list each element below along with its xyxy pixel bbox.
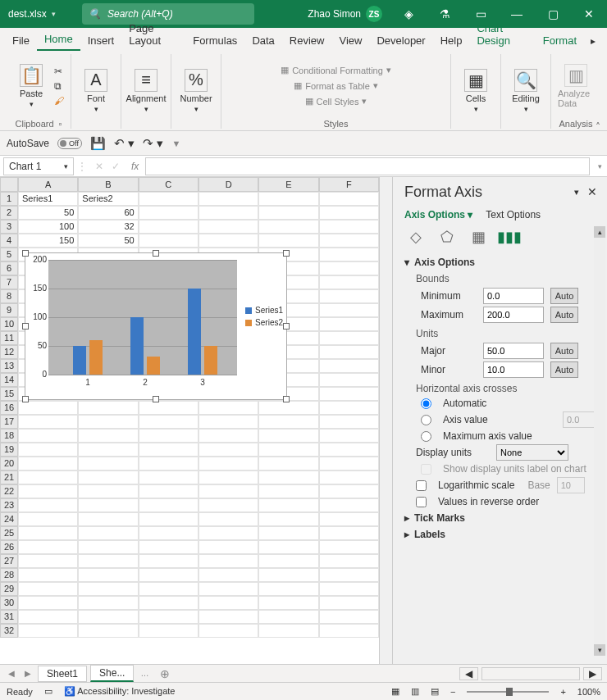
- tab-file[interactable]: File: [5, 30, 37, 51]
- number-button[interactable]: %Number▾: [178, 69, 214, 113]
- collapse-ribbon-icon[interactable]: ˄: [596, 121, 600, 133]
- cell[interactable]: [199, 470, 258, 484]
- cell[interactable]: [139, 401, 199, 415]
- cell[interactable]: [78, 429, 138, 443]
- cut-icon[interactable]: ✂: [54, 66, 64, 77]
- cell[interactable]: [18, 526, 78, 540]
- cell[interactable]: [258, 498, 318, 512]
- cell[interactable]: [199, 484, 258, 498]
- cell[interactable]: [139, 443, 199, 457]
- cell[interactable]: [18, 470, 78, 484]
- cell[interactable]: [199, 512, 258, 526]
- cell[interactable]: [319, 345, 379, 359]
- cell[interactable]: 50: [78, 234, 138, 248]
- filename-area[interactable]: dest.xlsx ▾: [0, 8, 82, 20]
- cell[interactable]: [139, 568, 199, 582]
- display-units-select[interactable]: None: [496, 444, 568, 461]
- cell[interactable]: [258, 484, 318, 498]
- row-header[interactable]: 12: [0, 345, 18, 359]
- row-header[interactable]: 6: [0, 261, 18, 275]
- cell[interactable]: [199, 206, 258, 220]
- font-button[interactable]: AFont▾: [78, 69, 114, 113]
- row-header[interactable]: 21: [0, 470, 18, 484]
- cell[interactable]: [199, 415, 258, 429]
- cell[interactable]: [18, 443, 78, 457]
- cell[interactable]: [139, 498, 199, 512]
- cell[interactable]: [258, 415, 318, 429]
- cell[interactable]: [139, 624, 199, 638]
- cell[interactable]: [78, 554, 138, 568]
- cell[interactable]: [139, 192, 199, 206]
- row-header[interactable]: 13: [0, 359, 18, 373]
- cell[interactable]: [319, 387, 379, 401]
- user-area[interactable]: Zhao Simon ZS: [299, 6, 390, 22]
- cell[interactable]: 60: [78, 206, 138, 220]
- cell[interactable]: [18, 512, 78, 526]
- row-header[interactable]: 5: [0, 248, 18, 261]
- enter-formula-icon[interactable]: ✓: [112, 161, 120, 172]
- cell[interactable]: [139, 206, 199, 220]
- cell[interactable]: [319, 568, 379, 582]
- cancel-formula-icon[interactable]: ✕: [95, 161, 103, 172]
- cell[interactable]: [258, 554, 318, 568]
- sheet-tab[interactable]: She...: [90, 665, 134, 682]
- cell[interactable]: [319, 234, 379, 248]
- cell[interactable]: [78, 457, 138, 470]
- cell[interactable]: [139, 596, 199, 610]
- cell[interactable]: [78, 443, 138, 457]
- cell[interactable]: [319, 610, 379, 624]
- perks-icon[interactable]: ◈: [390, 0, 427, 28]
- cell[interactable]: [78, 498, 138, 512]
- save-icon[interactable]: 💾: [90, 136, 106, 151]
- cell[interactable]: [258, 220, 318, 234]
- row-header[interactable]: 14: [0, 373, 18, 387]
- row-header[interactable]: 28: [0, 568, 18, 582]
- cell[interactable]: [199, 526, 258, 540]
- cell[interactable]: [139, 484, 199, 498]
- cell[interactable]: [319, 331, 379, 345]
- auto-button[interactable]: Auto: [550, 307, 578, 323]
- cell[interactable]: [139, 429, 199, 443]
- cell[interactable]: [78, 568, 138, 582]
- fill-icon[interactable]: ◇: [406, 227, 426, 247]
- cell[interactable]: [199, 540, 258, 554]
- close-pane-icon[interactable]: ✕: [587, 185, 597, 198]
- cell[interactable]: [258, 596, 318, 610]
- cell[interactable]: [258, 192, 318, 206]
- row-header[interactable]: 20: [0, 457, 18, 470]
- cell[interactable]: [319, 359, 379, 373]
- cell[interactable]: [139, 415, 199, 429]
- cell[interactable]: [258, 568, 318, 582]
- cell[interactable]: [139, 220, 199, 234]
- cell[interactable]: [199, 220, 258, 234]
- cell[interactable]: [258, 582, 318, 596]
- minimum-input[interactable]: [483, 288, 544, 304]
- cell[interactable]: [18, 429, 78, 443]
- row-header[interactable]: 29: [0, 582, 18, 596]
- cell[interactable]: [18, 484, 78, 498]
- cell[interactable]: [319, 512, 379, 526]
- cell[interactable]: [199, 443, 258, 457]
- cell[interactable]: [18, 596, 78, 610]
- zoom-level[interactable]: 100%: [577, 687, 600, 697]
- cell[interactable]: [78, 582, 138, 596]
- zoom-out-icon[interactable]: −: [450, 687, 455, 697]
- accessibility-status[interactable]: ♿ Accessibility: Investigate: [64, 686, 176, 697]
- cell[interactable]: [18, 457, 78, 470]
- cell[interactable]: [18, 540, 78, 554]
- cell[interactable]: [139, 512, 199, 526]
- zoom-in-icon[interactable]: +: [560, 687, 565, 697]
- row-header[interactable]: 8: [0, 289, 18, 303]
- cell[interactable]: 100: [18, 220, 78, 234]
- row-header[interactable]: 19: [0, 443, 18, 457]
- cell[interactable]: [139, 540, 199, 554]
- auto-button[interactable]: Auto: [550, 361, 578, 378]
- qat-customize-icon[interactable]: ▼: [171, 139, 180, 148]
- cell[interactable]: [319, 470, 379, 484]
- coming-soon-icon[interactable]: ⚗: [427, 0, 463, 28]
- effects-icon[interactable]: ⬠: [437, 227, 457, 247]
- cell[interactable]: 150: [18, 234, 78, 248]
- row-header[interactable]: 25: [0, 526, 18, 540]
- format-painter-icon[interactable]: 🖌: [54, 95, 64, 107]
- tabs-overflow-icon[interactable]: ▸: [584, 31, 602, 51]
